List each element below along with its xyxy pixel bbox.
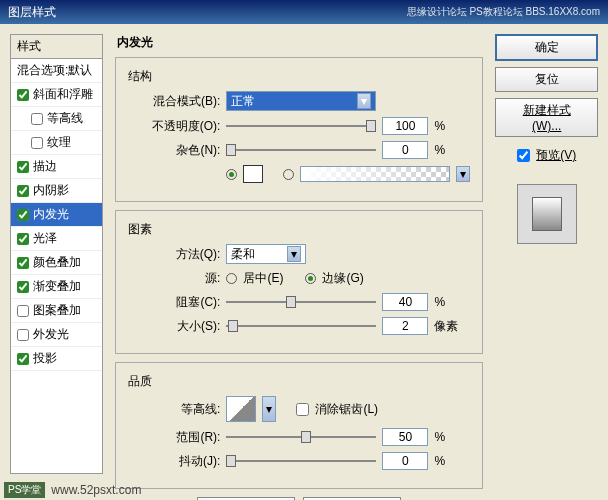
sidebar-item-5[interactable]: 内发光 [11, 203, 102, 227]
style-checkbox[interactable] [17, 185, 29, 197]
titlebar: 图层样式 思缘设计论坛 PS教程论坛 BBS.16XX8.com [0, 0, 608, 24]
jitter-input[interactable]: 0 [382, 452, 428, 470]
settings-panel: 内发光 结构 混合模式(B): 正常 ▾ 不透明度(O): 100 % 杂色(N… [115, 34, 483, 474]
contour-dropdown-icon[interactable]: ▾ [262, 396, 276, 422]
style-checkbox[interactable] [17, 353, 29, 365]
sidebar-item-8[interactable]: 渐变叠加 [11, 275, 102, 299]
sidebar-item-0[interactable]: 斜面和浮雕 [11, 83, 102, 107]
contour-picker[interactable] [226, 396, 256, 422]
new-style-button[interactable]: 新建样式(W)... [495, 98, 598, 137]
styles-sidebar: 样式 混合选项:默认 斜面和浮雕等高线纹理描边内阴影内发光光泽颜色叠加渐变叠加图… [10, 34, 103, 474]
style-checkbox[interactable] [31, 113, 43, 125]
elements-legend: 图素 [128, 222, 152, 236]
size-slider[interactable] [226, 318, 376, 334]
noise-slider[interactable] [226, 142, 376, 158]
size-label: 大小(S): [128, 318, 220, 335]
style-checkbox[interactable] [17, 209, 29, 221]
choke-input[interactable]: 40 [382, 293, 428, 311]
noise-label: 杂色(N): [128, 142, 220, 159]
contour-label: 等高线: [128, 401, 220, 418]
sidebar-item-10[interactable]: 外发光 [11, 323, 102, 347]
opacity-label: 不透明度(O): [128, 118, 220, 135]
style-checkbox[interactable] [17, 89, 29, 101]
elements-group: 图素 方法(Q): 柔和 ▾ 源: 居中(E) 边缘(G) 阻塞(C): 40 [115, 210, 483, 354]
structure-group: 结构 混合模式(B): 正常 ▾ 不透明度(O): 100 % 杂色(N): 0… [115, 57, 483, 202]
sidebar-item-6[interactable]: 光泽 [11, 227, 102, 251]
range-label: 范围(R): [128, 429, 220, 446]
sidebar-item-4[interactable]: 内阴影 [11, 179, 102, 203]
panel-title: 内发光 [115, 34, 483, 51]
quality-legend: 品质 [128, 374, 152, 388]
opacity-input[interactable]: 100 [382, 117, 428, 135]
footer-logo: PS学堂 [4, 482, 45, 498]
sidebar-item-label: 颜色叠加 [33, 254, 81, 271]
jitter-slider[interactable] [226, 453, 376, 469]
preview-thumbnail [517, 184, 577, 244]
sidebar-item-11[interactable]: 投影 [11, 347, 102, 371]
range-slider[interactable] [226, 429, 376, 445]
technique-label: 方法(Q): [128, 246, 220, 263]
opacity-slider[interactable] [226, 118, 376, 134]
action-column: 确定 复位 新建样式(W)... 预览(V) [495, 34, 598, 474]
sidebar-item-1[interactable]: 等高线 [11, 107, 102, 131]
preview-label: 预览(V) [536, 147, 576, 164]
preview-checkbox[interactable] [517, 149, 530, 162]
structure-legend: 结构 [128, 69, 152, 83]
style-checkbox[interactable] [17, 233, 29, 245]
choke-label: 阻塞(C): [128, 294, 220, 311]
range-input[interactable]: 50 [382, 428, 428, 446]
sidebar-item-label: 投影 [33, 350, 57, 367]
sidebar-item-label: 内发光 [33, 206, 69, 223]
color-swatch[interactable] [243, 165, 263, 183]
sidebar-header: 样式 [11, 35, 102, 59]
gradient-radio[interactable] [283, 169, 294, 180]
quality-group: 品质 等高线: ▾ 消除锯齿(L) 范围(R): 50 % 抖动(J): 0 % [115, 362, 483, 489]
sidebar-item-7[interactable]: 颜色叠加 [11, 251, 102, 275]
choke-slider[interactable] [226, 294, 376, 310]
sidebar-item-label: 斜面和浮雕 [33, 86, 93, 103]
sidebar-item-label: 图案叠加 [33, 302, 81, 319]
sidebar-item-label: 光泽 [33, 230, 57, 247]
style-checkbox[interactable] [17, 329, 29, 341]
sidebar-item-label: 渐变叠加 [33, 278, 81, 295]
technique-select[interactable]: 柔和 ▾ [226, 244, 306, 264]
style-checkbox[interactable] [17, 257, 29, 269]
sidebar-item-3[interactable]: 描边 [11, 155, 102, 179]
style-checkbox[interactable] [17, 161, 29, 173]
sidebar-item-label: 外发光 [33, 326, 69, 343]
source-edge-radio[interactable] [305, 273, 316, 284]
jitter-label: 抖动(J): [128, 453, 220, 470]
source-center-radio[interactable] [226, 273, 237, 284]
sidebar-item-label: 内阴影 [33, 182, 69, 199]
ok-button[interactable]: 确定 [495, 34, 598, 61]
antialias-checkbox[interactable] [296, 403, 309, 416]
sidebar-item-label: 描边 [33, 158, 57, 175]
blending-options[interactable]: 混合选项:默认 [11, 59, 102, 83]
sidebar-item-9[interactable]: 图案叠加 [11, 299, 102, 323]
watermark-text: 思缘设计论坛 PS教程论坛 BBS.16XX8.com [407, 0, 600, 24]
blend-mode-label: 混合模式(B): [128, 93, 220, 110]
gradient-picker[interactable] [300, 166, 450, 182]
gradient-dropdown-icon[interactable]: ▾ [456, 166, 470, 182]
footer-watermark: PS学堂 www.52psxt.com [4, 482, 141, 498]
sidebar-item-2[interactable]: 纹理 [11, 131, 102, 155]
source-label: 源: [128, 270, 220, 287]
sidebar-item-label: 等高线 [47, 110, 83, 127]
style-checkbox[interactable] [31, 137, 43, 149]
dialog-title: 图层样式 [8, 0, 56, 24]
style-checkbox[interactable] [17, 305, 29, 317]
style-checkbox[interactable] [17, 281, 29, 293]
dropdown-arrow-icon: ▾ [287, 246, 301, 262]
footer-url: www.52psxt.com [51, 483, 141, 497]
cancel-button[interactable]: 复位 [495, 67, 598, 92]
size-input[interactable]: 2 [382, 317, 428, 335]
blend-mode-select[interactable]: 正常 ▾ [226, 91, 376, 111]
sidebar-item-label: 纹理 [47, 134, 71, 151]
dropdown-arrow-icon: ▾ [357, 93, 371, 109]
noise-input[interactable]: 0 [382, 141, 428, 159]
color-radio[interactable] [226, 169, 237, 180]
